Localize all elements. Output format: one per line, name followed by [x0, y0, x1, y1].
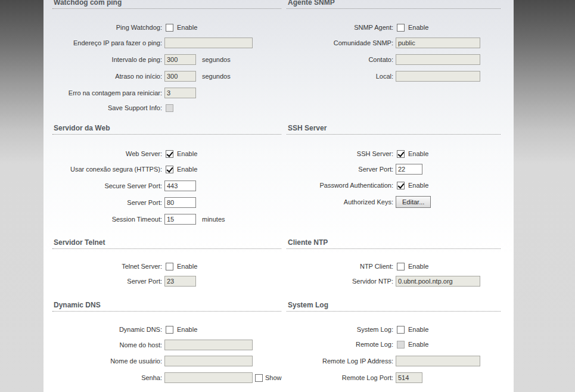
remote-log-checkbox: [397, 341, 405, 349]
form-row-remote-log: Remote Log:Enable: [287, 339, 501, 350]
section-title-snmp-agent: Agente SNMP: [287, 0, 501, 9]
form-row-ntp-client: NTP Client:Enable: [287, 261, 501, 272]
form-row-telnet-server-port: Server Port:: [52, 276, 281, 287]
ssh-server-port-label: Server Port:: [287, 166, 393, 173]
form-row-ntp-server: Servidor NTP:: [287, 276, 501, 287]
telnet-server-control-group: Enable: [164, 263, 197, 270]
web-server-suffix-label: Enable: [177, 150, 197, 157]
ntp-client-label: NTP Client:: [287, 263, 393, 270]
telnet-server-port-input: [164, 276, 196, 287]
remote-log-ip-address-label: Remote Log IP Address:: [287, 357, 393, 365]
https-checkbox-checkmark: [166, 166, 173, 173]
ping-ip-address-label: Endereço IP para fazer o ping:: [52, 39, 162, 46]
form-row-session-timeout: Session Timeout:minutes: [52, 214, 281, 225]
web-server-checkbox-checkmark: [166, 150, 173, 157]
show-password-checkbox[interactable]: [255, 374, 263, 382]
ddns-host-name-control-group: [164, 340, 253, 350]
form-row-https: Usar conexão segura (HTTPS):Enable: [52, 164, 281, 175]
ssh-server-port-input[interactable]: [396, 164, 422, 175]
startup-delay-control-group: segundos: [164, 71, 231, 82]
form-row-ddns-user-name: Nome de usuário:: [52, 356, 281, 366]
ping-watchdog-checkbox[interactable]: [166, 24, 173, 32]
system-log-suffix-label: Enable: [408, 326, 428, 333]
ddns-user-name-control-group: [164, 356, 253, 366]
ping-interval-control-group: segundos: [164, 54, 231, 65]
form-row-ddns-password: Senha:Show: [52, 372, 281, 383]
ssh-server-checkbox[interactable]: [397, 150, 405, 158]
failure-count-to-reboot-label: Erro na contagem para reiniciar:: [52, 89, 162, 97]
dynamic-dns-checkbox[interactable]: [166, 326, 173, 334]
remote-log-suffix-label: Enable: [408, 341, 428, 348]
ssh-server-control-group: Enable: [396, 150, 428, 158]
form-row-ping-watchdog: Ping Watchdog:Enable: [52, 22, 281, 33]
dynamic-dns-suffix-label: Enable: [177, 326, 197, 333]
section-title-web-server: Servidor da Web: [52, 124, 281, 135]
ping-ip-address-control-group: [164, 38, 253, 48]
web-server-port-input[interactable]: [164, 197, 196, 208]
system-log-label: System Log:: [287, 326, 393, 333]
snmp-location-label: Local:: [287, 73, 393, 80]
ntp-server-input: [396, 276, 480, 287]
web-server-label: Web Server:: [52, 150, 162, 157]
form-row-password-authentication: Password Authentication:Enable: [287, 180, 501, 191]
ntp-client-suffix-label: Enable: [408, 263, 428, 270]
form-row-dynamic-dns: Dynamic DNS:Enable: [52, 324, 281, 335]
session-timeout-suffix-label: minutes: [202, 216, 225, 223]
left-column: Watchdog com pingPing Watchdog:EnableEnd…: [52, 0, 281, 392]
snmp-agent-checkbox[interactable]: [397, 24, 405, 32]
ssh-server-label: SSH Server:: [287, 150, 393, 157]
session-timeout-input[interactable]: [164, 214, 196, 225]
form-row-web-server-port: Server Port:: [52, 197, 281, 208]
form-row-remote-log-ip-address: Remote Log IP Address:: [287, 356, 501, 366]
form-row-ping-interval: Intervalo de ping:segundos: [52, 54, 281, 65]
form-row-ssh-server-port: Server Port:: [287, 164, 501, 175]
ntp-client-checkbox[interactable]: [397, 263, 405, 270]
form-row-authorized-keys: Authorized Keys:Editar...: [287, 196, 501, 208]
secure-server-port-label: Secure Server Port:: [52, 182, 162, 189]
web-server-port-control-group: [164, 197, 196, 208]
password-authentication-suffix-label: Enable: [408, 182, 428, 189]
ping-interval-suffix-label: segundos: [202, 56, 231, 63]
snmp-contact-control-group: [396, 54, 480, 65]
ping-watchdog-control-group: Enable: [164, 24, 197, 32]
ntp-client-control-group: Enable: [396, 263, 428, 270]
ntp-server-label: Servidor NTP:: [287, 278, 393, 285]
startup-delay-suffix-label: segundos: [202, 73, 231, 80]
authorized-keys-label: Authorized Keys:: [287, 198, 393, 206]
https-checkbox[interactable]: [166, 166, 173, 173]
secure-server-port-input[interactable]: [164, 181, 196, 191]
section-title-ssh-server: SSH Server: [287, 124, 501, 135]
https-suffix-label: Enable: [177, 166, 197, 173]
remote-log-port-input: [396, 372, 422, 383]
ping-interval-label: Intervalo de ping:: [52, 56, 162, 63]
section-title-dynamic-dns: Dynamic DNS: [52, 301, 281, 312]
snmp-contact-label: Contato:: [287, 56, 393, 63]
telnet-server-checkbox[interactable]: [166, 263, 173, 270]
form-row-system-log: System Log:Enable: [287, 324, 501, 335]
form-row-telnet-server: Telnet Server:Enable: [52, 261, 281, 272]
save-support-info-checkbox: [166, 104, 173, 112]
dynamic-dns-control-group: Enable: [164, 326, 197, 334]
telnet-server-label: Telnet Server:: [52, 263, 162, 270]
startup-delay-input: [164, 71, 196, 82]
system-log-checkbox[interactable]: [397, 326, 405, 334]
telnet-server-port-label: Server Port:: [52, 278, 162, 285]
dynamic-dns-label: Dynamic DNS:: [52, 326, 162, 333]
form-row-snmp-location: Local:: [287, 71, 501, 82]
right-column: Agente SNMPSNMP Agent:EnableComunidade S…: [287, 0, 501, 392]
snmp-community-input: [396, 38, 480, 48]
ddns-password-label: Senha:: [52, 374, 162, 381]
snmp-community-control-group: [396, 38, 480, 48]
ssh-server-suffix-label: Enable: [408, 150, 428, 157]
ddns-user-name-label: Nome de usuário:: [52, 357, 162, 365]
authorized-keys-button[interactable]: Editar...: [396, 196, 431, 208]
password-authentication-checkbox[interactable]: [397, 182, 405, 189]
snmp-agent-suffix-label: Enable: [408, 24, 428, 31]
ddns-password-control-group: Show: [164, 372, 282, 383]
remote-log-port-label: Remote Log Port:: [287, 374, 393, 381]
system-log-control-group: Enable: [396, 326, 428, 334]
password-authentication-checkbox-checkmark: [397, 182, 404, 189]
ping-watchdog-label: Ping Watchdog:: [52, 24, 162, 31]
ping-ip-address-input: [164, 38, 253, 48]
web-server-checkbox[interactable]: [166, 150, 173, 158]
